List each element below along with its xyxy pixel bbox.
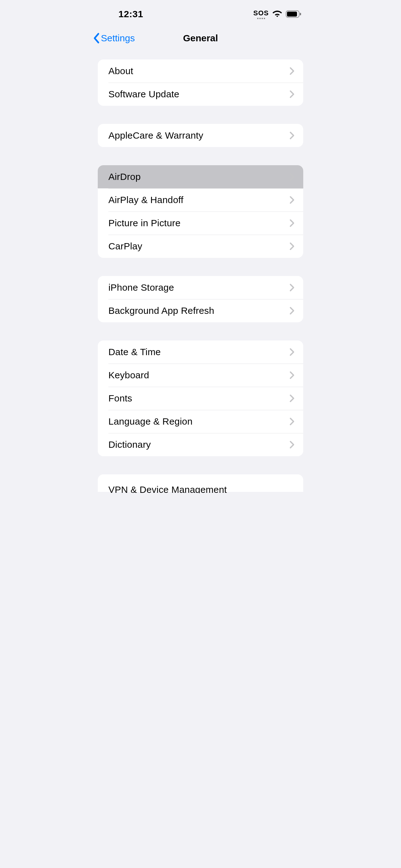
row-label: AirPlay & Handoff [108,195,183,205]
chevron-right-icon [289,90,294,98]
row-label: iPhone Storage [108,282,174,293]
row-label: Language & Region [108,416,193,427]
row-label: VPN & Device Management [108,485,227,493]
settings-group: iPhone StorageBackground App Refresh [98,276,303,322]
row-label: Background App Refresh [108,305,214,316]
chevron-left-icon [93,33,99,44]
row-label: Software Update [108,89,179,99]
clock: 12:31 [118,9,143,20]
chevron-right-icon [289,219,294,227]
battery-icon [286,10,302,18]
settings-group: Date & TimeKeyboardFontsLanguage & Regio… [98,340,303,456]
settings-group: AboutSoftware Update [98,59,303,106]
row-label: AppleCare & Warranty [108,130,203,141]
row-label: Keyboard [108,370,149,380]
row-airplay-handoff[interactable]: AirPlay & Handoff [98,188,303,212]
row-language-region[interactable]: Language & Region [98,410,303,433]
row-applecare-warranty[interactable]: AppleCare & Warranty [98,124,303,147]
chevron-right-icon [289,131,294,140]
row-label: Date & Time [108,347,161,357]
page-title: General [183,33,218,43]
back-label: Settings [101,33,135,43]
svg-rect-1 [287,11,297,17]
chevron-right-icon [289,371,294,379]
chevron-right-icon [289,307,294,315]
chevron-right-icon [289,441,294,449]
chevron-right-icon [289,196,294,204]
row-label: Dictionary [108,439,151,450]
row-carplay[interactable]: CarPlay [98,235,303,258]
row-picture-in-picture[interactable]: Picture in Picture [98,212,303,235]
status-bar: 12:31 SOS [87,0,314,28]
svg-rect-2 [300,13,301,16]
row-keyboard[interactable]: Keyboard [98,364,303,387]
settings-group: AppleCare & Warranty [98,124,303,147]
row-about[interactable]: About [98,59,303,83]
row-label: AirDrop [108,172,141,182]
row-iphone-storage[interactable]: iPhone Storage [98,276,303,299]
row-vpn-device-management[interactable]: VPN & Device Management [98,474,303,492]
row-date-time[interactable]: Date & Time [98,340,303,364]
row-airdrop[interactable]: AirDrop [98,165,303,188]
row-background-app-refresh[interactable]: Background App Refresh [98,299,303,322]
chevron-right-icon [289,283,294,291]
row-label: About [108,66,133,76]
chevron-right-icon [289,173,294,181]
chevron-right-icon [289,394,294,402]
row-label: Fonts [108,393,132,404]
chevron-right-icon [289,67,294,75]
back-button[interactable]: Settings [87,33,135,44]
row-software-update[interactable]: Software Update [98,83,303,106]
row-fonts[interactable]: Fonts [98,387,303,410]
wifi-icon [273,11,282,18]
row-label: Picture in Picture [108,218,180,228]
chevron-right-icon [289,348,294,356]
settings-group: AirDropAirPlay & HandoffPicture in Pictu… [98,165,303,258]
nav-bar: Settings General [87,28,314,48]
chevron-right-icon [289,417,294,426]
row-dictionary[interactable]: Dictionary [98,433,303,456]
row-label: CarPlay [108,241,142,252]
settings-group: VPN & Device Management [98,474,303,492]
chevron-right-icon [289,242,294,250]
sos-indicator: SOS [253,9,269,19]
